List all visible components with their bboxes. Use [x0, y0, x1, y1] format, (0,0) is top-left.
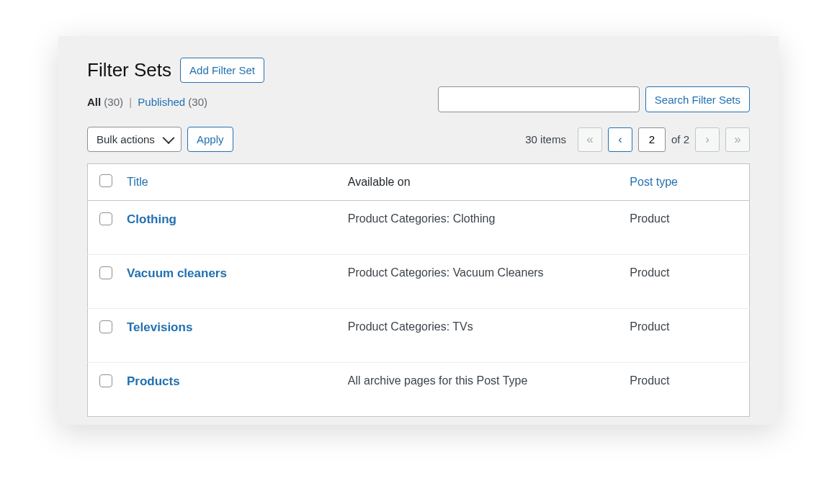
view-published[interactable]: Published (30): [138, 96, 207, 108]
table-row: Televisions Product Categories: TVs Prod…: [88, 309, 750, 363]
page-total: of 2: [671, 133, 689, 145]
row-posttype: Product: [622, 309, 749, 363]
row-available: Product Categories: Vacuum Cleaners: [341, 255, 623, 309]
row-checkbox[interactable]: [99, 266, 112, 279]
row-title-link[interactable]: Clothing: [127, 212, 176, 226]
table-row: Products All archive pages for this Post…: [88, 363, 750, 417]
column-available: Available on: [341, 164, 623, 201]
row-checkbox[interactable]: [99, 374, 112, 387]
row-checkbox[interactable]: [99, 212, 112, 225]
select-all-col: [88, 164, 120, 201]
apply-button[interactable]: Apply: [187, 127, 233, 152]
row-posttype: Product: [622, 255, 749, 309]
pagination-count: 30 items: [525, 133, 566, 145]
table-row: Clothing Product Categories: Clothing Pr…: [88, 201, 750, 255]
bulk-action-select[interactable]: Bulk actions: [87, 127, 182, 152]
row-posttype: Product: [622, 363, 749, 417]
last-page-button: »: [725, 127, 750, 152]
page-title: Filter Sets: [87, 59, 171, 81]
bulk-actions: Bulk actions Apply: [87, 127, 233, 152]
column-posttype[interactable]: Post type: [622, 164, 749, 201]
row-title-link[interactable]: Products: [127, 374, 180, 388]
actions-row: Bulk actions Apply 30 items « ‹ of 2 › »: [87, 127, 750, 152]
row-available: Product Categories: Clothing: [341, 201, 623, 255]
next-page-button: ›: [695, 127, 720, 152]
view-all[interactable]: All (30): [87, 96, 126, 108]
pagination: 30 items « ‹ of 2 › »: [525, 127, 750, 152]
filter-sets-table: Title Available on Post type Clothing Pr…: [87, 163, 750, 417]
row-checkbox[interactable]: [99, 320, 112, 333]
row-posttype: Product: [622, 201, 749, 255]
search-button[interactable]: Search Filter Sets: [645, 86, 750, 112]
current-page-input[interactable]: [638, 127, 666, 152]
admin-panel: Filter Sets Add Filter Set All (30) | Pu…: [58, 36, 779, 425]
table-row: Vacuum cleaners Product Categories: Vacu…: [88, 255, 750, 309]
add-filter-set-button[interactable]: Add Filter Set: [180, 58, 264, 83]
row-title-link[interactable]: Televisions: [127, 320, 192, 334]
select-all-checkbox[interactable]: [99, 174, 112, 187]
bulk-select-wrap: Bulk actions: [87, 127, 182, 152]
prev-page-button[interactable]: ‹: [608, 127, 632, 152]
page-header: Filter Sets Add Filter Set: [87, 58, 750, 83]
row-title-link[interactable]: Vacuum cleaners: [127, 266, 227, 280]
search-input[interactable]: [438, 86, 640, 112]
row-available: All archive pages for this Post Type: [341, 363, 623, 417]
row-available: Product Categories: TVs: [341, 309, 623, 363]
column-title[interactable]: Title: [120, 164, 341, 201]
first-page-button: «: [578, 127, 602, 152]
